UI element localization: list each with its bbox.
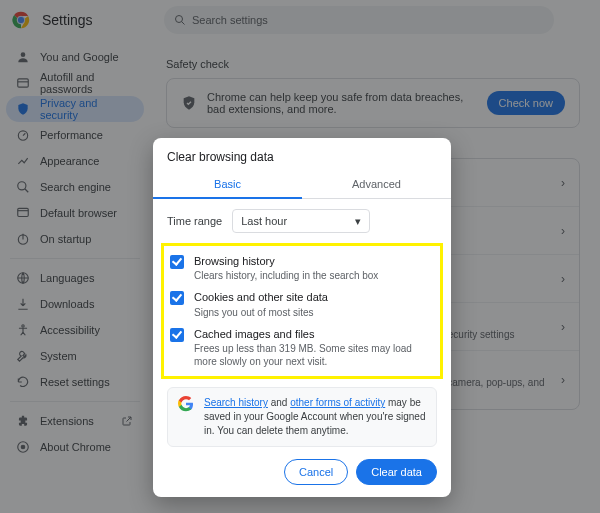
checkbox-cookies[interactable] bbox=[170, 291, 184, 305]
option-browsing-history[interactable]: Browsing history Clears history, includi… bbox=[168, 250, 436, 286]
time-range-label: Time range bbox=[167, 215, 222, 227]
chevron-down-icon: ▾ bbox=[355, 215, 361, 228]
google-account-info: Search history and other forms of activi… bbox=[167, 387, 437, 447]
option-title: Browsing history bbox=[194, 255, 275, 267]
time-range-select[interactable]: Last hour ▾ bbox=[232, 209, 370, 233]
option-sub: Frees up less than 319 MB. Some sites ma… bbox=[194, 342, 434, 368]
option-cached[interactable]: Cached images and files Frees up less th… bbox=[168, 323, 436, 372]
modal-tabs: Basic Advanced bbox=[153, 170, 451, 199]
tab-advanced[interactable]: Advanced bbox=[302, 170, 451, 198]
checkbox-browsing-history[interactable] bbox=[170, 255, 184, 269]
option-title: Cached images and files bbox=[194, 328, 314, 340]
clear-browsing-data-modal: Clear browsing data Basic Advanced Time … bbox=[153, 138, 451, 497]
modal-buttons: Cancel Clear data bbox=[153, 447, 451, 497]
info-text: Search history and other forms of activi… bbox=[204, 396, 426, 438]
modal-title: Clear browsing data bbox=[153, 138, 451, 170]
time-range-value: Last hour bbox=[241, 215, 287, 227]
option-sub: Signs you out of most sites bbox=[194, 306, 328, 319]
tab-basic[interactable]: Basic bbox=[153, 170, 302, 198]
highlighted-options: Browsing history Clears history, includi… bbox=[161, 243, 443, 379]
search-history-link[interactable]: Search history bbox=[204, 397, 268, 408]
option-title: Cookies and other site data bbox=[194, 291, 328, 303]
google-g-icon bbox=[178, 396, 194, 438]
option-sub: Clears history, including in the search … bbox=[194, 269, 378, 282]
checkbox-cached[interactable] bbox=[170, 328, 184, 342]
cancel-button[interactable]: Cancel bbox=[284, 459, 348, 485]
time-range-row: Time range Last hour ▾ bbox=[153, 199, 451, 243]
option-cookies[interactable]: Cookies and other site data Signs you ou… bbox=[168, 286, 436, 322]
clear-data-button[interactable]: Clear data bbox=[356, 459, 437, 485]
other-activity-link[interactable]: other forms of activity bbox=[290, 397, 385, 408]
